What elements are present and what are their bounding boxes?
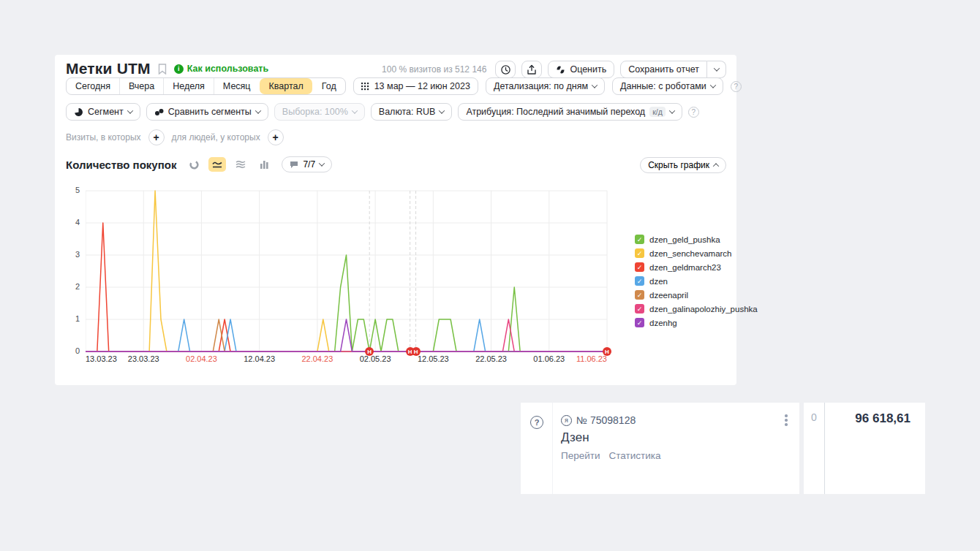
tab-year[interactable]: Год	[312, 78, 345, 94]
save-report-button[interactable]: Сохранить отчет	[620, 61, 707, 78]
calendar-grid-icon	[361, 82, 370, 91]
chevron-down-icon	[713, 65, 719, 71]
help-icon[interactable]: ?	[731, 81, 742, 92]
chevron-down-icon	[127, 107, 132, 113]
save-report-menu-button[interactable]	[707, 61, 726, 78]
attribution-select[interactable]: Атрибуция: Последний значимый переход к/…	[458, 103, 682, 121]
bookmark-icon[interactable]	[158, 64, 167, 75]
thumbs-rate-icon	[556, 65, 565, 75]
statistics-link[interactable]: Статистика	[609, 450, 661, 461]
segment-pie-icon	[74, 107, 83, 117]
clock-icon	[500, 64, 511, 75]
legend-item[interactable]: ✓ dzen_geld_pushka	[635, 235, 758, 244]
chevron-down-icon	[439, 107, 445, 113]
detailing-select[interactable]: Детализация: по дням	[486, 77, 605, 95]
tab-yesterday[interactable]: Вчера	[119, 78, 163, 94]
visits-info: 100 % визитов из 512 146	[382, 64, 486, 75]
chart-legend: ✓ dzen_geld_pushka ✓ dzen_senchevamarch …	[635, 235, 758, 327]
chevron-down-icon	[709, 82, 715, 88]
attribution-badge: к/д	[649, 107, 666, 117]
divider	[552, 403, 553, 494]
question-icon[interactable]: ?	[530, 416, 543, 429]
chart-type-pie-button[interactable]	[185, 157, 203, 172]
how-to-use-link[interactable]: i Как использовать	[174, 64, 268, 74]
x-tick-label: 02.04.23	[186, 354, 217, 363]
chevron-up-icon	[713, 163, 719, 169]
holiday-badge[interactable]: Н	[412, 347, 421, 356]
chevron-down-icon	[592, 82, 598, 88]
metrics-card: 0 96 618,61	[804, 403, 925, 494]
currency-select[interactable]: Валюта: RUB	[371, 103, 453, 121]
y-tick-label: 3	[55, 250, 80, 259]
chart-type-columns-button[interactable]	[255, 157, 273, 172]
legend-checkbox-icon: ✓	[635, 276, 644, 286]
legend-item[interactable]: ✓ dzen	[635, 276, 758, 286]
segment-button[interactable]: Сегмент	[66, 103, 140, 121]
x-tick-label: 22.05.23	[475, 354, 507, 363]
divider	[824, 403, 825, 494]
tab-week[interactable]: Неделя	[163, 78, 214, 94]
legend-item[interactable]: ✓ dzen_geldmarch23	[635, 262, 758, 272]
legend-checkbox-icon: ✓	[635, 262, 644, 272]
chart-type-stacked-button[interactable]	[232, 157, 249, 172]
x-tick-label: 13.03.23	[86, 354, 117, 363]
legend-checkbox-icon: ✓	[635, 235, 644, 244]
date-range-button[interactable]: 13 мар — 12 июн 2023	[353, 77, 478, 95]
rate-button[interactable]: Оценить	[548, 61, 614, 78]
x-tick-label: 02.05.23	[360, 354, 391, 363]
tab-today[interactable]: Сегодня	[67, 78, 119, 94]
tab-month[interactable]: Месяц	[214, 78, 260, 94]
export-icon	[527, 64, 537, 75]
x-tick-label: 12.05.23	[418, 354, 449, 363]
goto-link[interactable]: Перейти	[561, 450, 600, 461]
chart-title: Количество покупок	[66, 159, 176, 171]
add-people-condition-button[interactable]: +	[268, 129, 284, 145]
legend-item[interactable]: ✓ dzeenapril	[635, 290, 758, 300]
kebab-menu-icon[interactable]	[785, 414, 788, 426]
chart-type-line-button[interactable]	[208, 157, 226, 172]
legend-item[interactable]: ✓ dzen_senchevamarch	[635, 248, 758, 258]
chevron-down-icon	[255, 107, 261, 113]
data-mode-select[interactable]: Данные: с роботами	[612, 77, 723, 95]
legend-checkbox-icon: ✓	[635, 318, 644, 327]
comment-icon	[290, 161, 298, 169]
help-icon[interactable]: ?	[688, 107, 699, 118]
page-title: Метки UTM	[66, 60, 151, 77]
dimension-card: ? я № 75098128 Дзен Перейти Статистика	[521, 403, 799, 494]
x-tick-label: 01.06.23	[533, 354, 565, 363]
tab-quarter[interactable]: Квартал	[260, 78, 312, 94]
metric-value: 96 618,61	[855, 411, 911, 426]
y-tick-label: 1	[55, 314, 80, 323]
holiday-badge[interactable]: Н	[603, 347, 611, 356]
sampling-select[interactable]: Выборка: 100%	[274, 103, 365, 121]
pie-chart-icon	[189, 160, 199, 170]
legend-item[interactable]: ✓ dzen_galinapolozhiy_pushka	[635, 304, 758, 314]
legend-item[interactable]: ✓ dzenhg	[635, 318, 758, 327]
legend-checkbox-icon: ✓	[635, 290, 644, 300]
legend-checkbox-icon: ✓	[635, 248, 644, 258]
chevron-down-icon	[319, 160, 325, 166]
dimension-row-popup: ? я № 75098128 Дзен Перейти Статистика 0…	[521, 403, 925, 494]
counter-number: № 75098128	[576, 414, 636, 426]
y-tick-label: 4	[55, 218, 80, 227]
people-condition-label: для людей, у которых	[172, 132, 260, 142]
add-visit-condition-button[interactable]: +	[148, 129, 165, 145]
y-tick-label: 0	[55, 346, 80, 355]
y-tick-label: 5	[55, 186, 80, 194]
chevron-down-icon	[669, 107, 675, 113]
x-tick-label: 23.03.23	[128, 354, 159, 363]
compare-segments-button[interactable]: Сравнить сегменты	[146, 103, 268, 121]
annotations-button[interactable]: 7/7	[282, 156, 332, 172]
report-panel: Метки UTM i Как использовать 100 % визит…	[55, 55, 736, 385]
x-tick-label: 12.04.23	[244, 354, 275, 363]
hide-chart-button[interactable]: Скрыть график	[640, 157, 726, 173]
history-button[interactable]	[495, 61, 516, 78]
line-chart-icon	[212, 160, 222, 169]
dimension-name: Дзен	[561, 430, 589, 445]
y-tick-label: 2	[55, 282, 80, 291]
columns-chart-icon	[260, 160, 269, 169]
export-button[interactable]	[521, 61, 542, 78]
period-tab-group: Сегодня Вчера Неделя Месяц Квартал Год	[66, 77, 346, 95]
line-chart[interactable]	[86, 190, 608, 353]
zero-metric: 0	[811, 411, 817, 423]
